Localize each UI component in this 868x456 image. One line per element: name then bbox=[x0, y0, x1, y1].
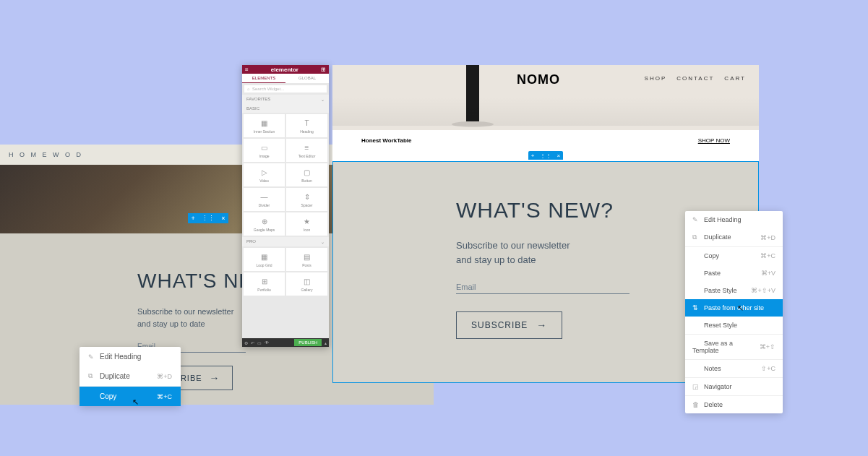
widget-inner-section[interactable]: ▦Inner Section bbox=[244, 114, 285, 137]
plus-icon[interactable]: + bbox=[192, 215, 195, 222]
ctx-label: Paste bbox=[704, 270, 721, 277]
ctx-paste-style[interactable]: Paste Style ⌘+⇧+V bbox=[685, 282, 783, 299]
navigator-icon: ◲ bbox=[692, 383, 700, 390]
section-handle[interactable]: + ⋮⋮ × bbox=[188, 213, 228, 223]
widget-button[interactable]: ▢Button bbox=[286, 163, 327, 186]
widget-google-maps[interactable]: ⊕Google Maps bbox=[244, 212, 285, 236]
widget-spacer[interactable]: ⇕Spacer bbox=[286, 188, 327, 211]
widget-posts[interactable]: ▤Posts bbox=[286, 248, 327, 271]
nav-shop[interactable]: SHOP bbox=[645, 75, 667, 82]
chevron-up-icon[interactable]: ▴ bbox=[325, 340, 327, 345]
ctx-paste-from-other-site[interactable]: ⇅Paste from other site bbox=[685, 299, 783, 317]
ctx-copy[interactable]: Copy ⌘+C bbox=[80, 387, 181, 406]
widget-icon: ⊞ bbox=[262, 276, 267, 286]
section-label: PRO bbox=[246, 239, 256, 244]
nomo-email-input[interactable]: Email bbox=[456, 283, 629, 294]
responsive-icon[interactable]: ▭ bbox=[257, 340, 262, 345]
grip-icon[interactable]: ⋮⋮ bbox=[202, 215, 215, 222]
section-handle[interactable]: + ⋮⋮ × bbox=[528, 151, 563, 160]
duplicate-icon: ⧉ bbox=[692, 233, 700, 241]
ctx-label: Save as a Template bbox=[692, 340, 733, 354]
chevron-down-icon: ⌄ bbox=[321, 239, 325, 244]
widget-icon: ▢ bbox=[304, 167, 310, 177]
widgets-basic-grid: ▦Inner SectionTHeading▭Image≡Text Editor… bbox=[242, 113, 329, 237]
elementor-panel: ≡ elementor ⊞ ELEMENTS GLOBAL ⌕ Search W… bbox=[242, 65, 329, 347]
ctx-shortcut: ⌘+⇧ bbox=[760, 343, 775, 350]
elementor-footer: ⚙ ↶ ▭ 👁 PUBLISH ▴ bbox=[242, 338, 329, 347]
section-label: BASIC bbox=[246, 106, 259, 111]
pencil-icon: ✎ bbox=[692, 216, 700, 223]
ctx-navigator[interactable]: ◲Navigator bbox=[685, 378, 783, 395]
duplicate-icon: ⧉ bbox=[88, 372, 95, 380]
ctx-edit-heading[interactable]: ✎Edit Heading bbox=[80, 347, 181, 366]
widget-loop-grid[interactable]: ▦Loop Grid bbox=[244, 248, 285, 271]
ctx-paste[interactable]: Paste ⌘+V bbox=[685, 264, 783, 282]
arrow-icon: → bbox=[536, 319, 547, 331]
publish-button[interactable]: PUBLISH bbox=[294, 339, 322, 346]
widget-heading[interactable]: THeading bbox=[286, 114, 327, 137]
ctx-reset-style[interactable]: Reset Style bbox=[685, 317, 783, 334]
close-icon[interactable]: × bbox=[221, 215, 225, 222]
widget-icon: ◫ bbox=[304, 276, 310, 286]
nomo-logo: NOMO bbox=[517, 72, 560, 87]
grid-icon[interactable]: ⊞ bbox=[321, 66, 326, 73]
widget-video[interactable]: ▷Video bbox=[244, 163, 285, 186]
section-basic[interactable]: BASIC bbox=[242, 104, 329, 113]
widget-label: Loop Grid bbox=[257, 263, 272, 267]
tab-global[interactable]: GLOBAL bbox=[285, 74, 329, 83]
shop-now-link[interactable]: SHOP NOW bbox=[698, 137, 730, 144]
widget-icon: ▭ bbox=[261, 142, 267, 152]
elementor-tabs: ELEMENTS GLOBAL bbox=[242, 74, 329, 83]
chevron-down-icon: ⌄ bbox=[321, 97, 325, 102]
widget-label: Video bbox=[259, 178, 269, 183]
context-menu-left[interactable]: ✎Edit Heading ⧉Duplicate ⌘+D Copy ⌘+C bbox=[80, 347, 181, 406]
ctx-edit-heading[interactable]: ✎Edit Heading bbox=[685, 211, 783, 228]
section-pro[interactable]: PRO ⌄ bbox=[242, 237, 329, 246]
ctx-label: Paste Style bbox=[704, 287, 737, 294]
ctx-notes[interactable]: Notes ⇧+C bbox=[685, 360, 783, 377]
nomo-heading[interactable]: WHAT'S NEW? bbox=[456, 198, 635, 223]
widget-icon[interactable]: ★Icon bbox=[286, 212, 327, 236]
menu-icon[interactable]: ≡ bbox=[245, 66, 249, 73]
widget-divider[interactable]: —Divider bbox=[244, 188, 285, 211]
ctx-delete[interactable]: 🗑Delete bbox=[685, 396, 783, 413]
ctx-duplicate[interactable]: ⧉Duplicate ⌘+D bbox=[685, 228, 783, 246]
history-icon[interactable]: ↶ bbox=[251, 340, 254, 345]
plus-icon[interactable]: + bbox=[531, 152, 535, 159]
nav-contact[interactable]: CONTACT bbox=[676, 75, 714, 82]
nav-cart[interactable]: CART bbox=[724, 75, 746, 82]
widget-text-editor[interactable]: ≡Text Editor bbox=[286, 139, 327, 162]
widget-gallery[interactable]: ◫Gallery bbox=[286, 272, 327, 296]
nomo-subscribe-button[interactable]: SUBSCRIBE → bbox=[456, 311, 562, 339]
pencil-icon: ✎ bbox=[88, 353, 95, 361]
widget-label: Spacer bbox=[301, 203, 313, 207]
search-input[interactable]: ⌕ Search Widget... bbox=[244, 85, 327, 93]
ctx-copy[interactable]: Copy ⌘+C bbox=[685, 247, 783, 264]
product-bar: Honest WorkTable SHOP NOW bbox=[332, 130, 759, 151]
ctx-shortcut: ⌘+C bbox=[157, 393, 172, 400]
tab-elements[interactable]: ELEMENTS bbox=[242, 74, 285, 83]
widget-icon: ⇕ bbox=[304, 192, 310, 202]
widget-label: Button bbox=[301, 178, 311, 183]
settings-icon[interactable]: ⚙ bbox=[244, 340, 248, 345]
ctx-shortcut: ⌘+D bbox=[760, 234, 775, 241]
context-menu-right[interactable]: ✎Edit Heading ⧉Duplicate ⌘+D Copy ⌘+C Pa… bbox=[685, 211, 783, 413]
grip-icon[interactable]: ⋮⋮ bbox=[540, 152, 551, 159]
nomo-subscribe-text: Subscribe to our newsletter and stay up … bbox=[456, 238, 635, 267]
ctx-duplicate[interactable]: ⧉Duplicate ⌘+D bbox=[80, 366, 181, 386]
search-icon: ⌕ bbox=[247, 87, 250, 91]
widget-icon: T bbox=[304, 118, 309, 128]
preview-icon[interactable]: 👁 bbox=[265, 340, 269, 345]
close-icon[interactable]: × bbox=[557, 152, 561, 159]
widget-image[interactable]: ▭Image bbox=[244, 139, 285, 162]
cursor-icon: ↖ bbox=[737, 304, 744, 313]
widget-icon: ⊕ bbox=[262, 216, 267, 226]
widget-label: Inner Section bbox=[254, 129, 275, 134]
ctx-shortcut: ⇧+C bbox=[761, 365, 775, 372]
widget-portfolio[interactable]: ⊞Portfolio bbox=[244, 272, 285, 296]
widget-label: Heading bbox=[300, 129, 314, 134]
ctx-label: Edit Heading bbox=[704, 216, 742, 223]
section-favorites[interactable]: FAVORITES ⌄ bbox=[242, 95, 329, 104]
widgets-pro-grid: ▦Loop Grid▤Posts⊞Portfolio◫Gallery bbox=[242, 246, 329, 297]
ctx-save-template[interactable]: Save as a Template ⌘+⇧ bbox=[685, 335, 783, 359]
